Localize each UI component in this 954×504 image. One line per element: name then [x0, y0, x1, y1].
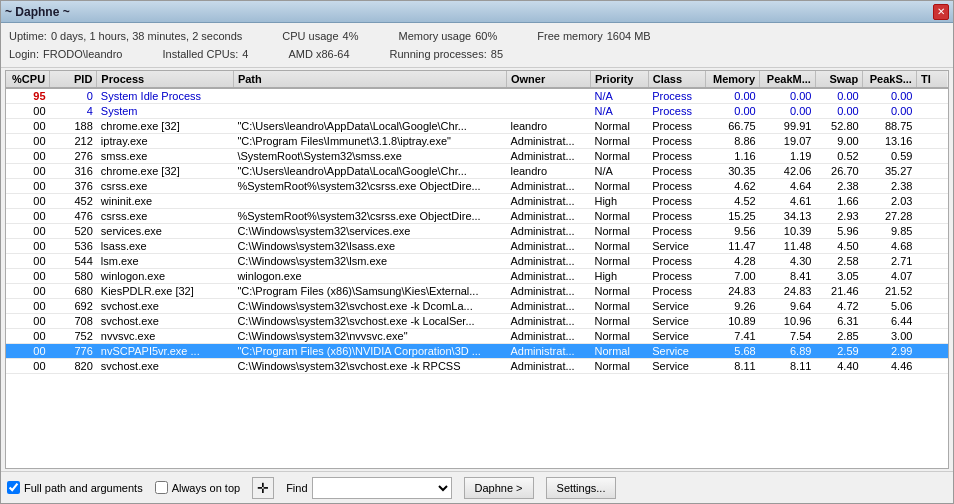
system-info-panel: Uptime: 0 days, 1 hours, 38 minutes, 2 s…: [1, 23, 953, 68]
table-row[interactable]: 00752nvvsvc.exeC:\Windows\system32\nvvsv…: [6, 329, 948, 344]
installed-cpus-value: 4: [242, 45, 248, 63]
table-row[interactable]: 00544lsm.exeC:\Windows\system32\lsm.exeA…: [6, 254, 948, 269]
table-scroll-area[interactable]: %CPU PID Process Path Owner Priority Cla…: [6, 71, 948, 468]
table-row[interactable]: 00376csrss.exe%SystemRoot%\system32\csrs…: [6, 179, 948, 194]
uptime-label: Uptime:: [9, 27, 47, 45]
daphne-button[interactable]: Daphne >: [464, 477, 534, 499]
amd-label: AMD x86-64: [288, 45, 349, 63]
col-header-owner[interactable]: Owner: [506, 71, 590, 88]
table-row[interactable]: 00820svchost.exeC:\Windows\system32\svch…: [6, 359, 948, 374]
close-button[interactable]: ✕: [933, 4, 949, 20]
table-row[interactable]: 00212iptray.exe"C:\Program Files\Immunet…: [6, 134, 948, 149]
col-header-peakm[interactable]: PeakM...: [760, 71, 816, 88]
free-memory-value: 1604 MB: [607, 27, 651, 45]
table-row[interactable]: 00316chrome.exe [32]"C:\Users\leandro\Ap…: [6, 164, 948, 179]
installed-cpus-label: Installed CPUs:: [162, 45, 238, 63]
table-row[interactable]: 00476csrss.exe%SystemRoot%\system32\csrs…: [6, 209, 948, 224]
free-memory-item: Free memory 1604 MB: [537, 27, 650, 45]
table-row[interactable]: 00708svchost.exeC:\Windows\system32\svch…: [6, 314, 948, 329]
memory-item: Memory usage 60%: [398, 27, 497, 45]
table-row[interactable]: 00680KiesPDLR.exe [32]"C:\Program Files …: [6, 284, 948, 299]
col-header-ti[interactable]: TI: [916, 71, 948, 88]
table-header-row: %CPU PID Process Path Owner Priority Cla…: [6, 71, 948, 88]
table-row[interactable]: 00692svchost.exeC:\Windows\system32\svch…: [6, 299, 948, 314]
login-value: FRODO\leandro: [43, 45, 122, 63]
full-path-checkbox-label[interactable]: Full path and arguments: [7, 481, 143, 494]
cpu-label: CPU usage: [282, 27, 338, 45]
always-on-top-checkbox[interactable]: [155, 481, 168, 494]
uptime-item: Uptime: 0 days, 1 hours, 38 minutes, 2 s…: [9, 27, 242, 45]
find-dropdown[interactable]: [312, 477, 452, 499]
find-label: Find: [286, 482, 307, 494]
info-row-2: Login: FRODO\leandro Installed CPUs: 4 A…: [9, 45, 945, 63]
cpu-item: CPU usage 4%: [282, 27, 358, 45]
footer-bar: Full path and arguments Always on top ✛ …: [1, 471, 953, 503]
col-header-priority[interactable]: Priority: [590, 71, 648, 88]
memory-value: 60%: [475, 27, 497, 45]
col-header-swap[interactable]: Swap: [815, 71, 862, 88]
full-path-checkbox[interactable]: [7, 481, 20, 494]
crosshair-button[interactable]: ✛: [252, 477, 274, 499]
window-title: ~ Daphne ~: [5, 5, 70, 19]
main-window: ~ Daphne ~ ✕ Uptime: 0 days, 1 hours, 38…: [0, 0, 954, 504]
login-item: Login: FRODO\leandro: [9, 45, 122, 63]
always-on-top-checkbox-label[interactable]: Always on top: [155, 481, 240, 494]
col-header-path[interactable]: Path: [233, 71, 506, 88]
table-row[interactable]: 00536lsass.exeC:\Windows\system32\lsass.…: [6, 239, 948, 254]
table-row[interactable]: 00452wininit.exeAdministrat...HighProces…: [6, 194, 948, 209]
col-header-class[interactable]: Class: [648, 71, 706, 88]
settings-button[interactable]: Settings...: [546, 477, 617, 499]
process-table: %CPU PID Process Path Owner Priority Cla…: [6, 71, 948, 374]
table-row[interactable]: 00776nvSCPAPI5vr.exe ..."C:\Program File…: [6, 344, 948, 359]
find-container: Find: [286, 477, 451, 499]
memory-label: Memory usage: [398, 27, 471, 45]
running-processes-label: Running processes:: [390, 45, 487, 63]
amd-item: AMD x86-64: [288, 45, 349, 63]
login-label: Login:: [9, 45, 39, 63]
table-row[interactable]: 004SystemN/AProcess0.000.000.000.00: [6, 104, 948, 119]
info-row-1: Uptime: 0 days, 1 hours, 38 minutes, 2 s…: [9, 27, 945, 45]
cpu-value: 4%: [343, 27, 359, 45]
process-table-container: %CPU PID Process Path Owner Priority Cla…: [5, 70, 949, 469]
table-row[interactable]: 950System Idle ProcessN/AProcess0.000.00…: [6, 88, 948, 104]
col-header-peaks[interactable]: PeakS...: [863, 71, 917, 88]
process-table-body: 950System Idle ProcessN/AProcess0.000.00…: [6, 88, 948, 374]
col-header-pid[interactable]: PID: [50, 71, 97, 88]
col-header-cpu[interactable]: %CPU: [6, 71, 50, 88]
col-header-memory[interactable]: Memory: [706, 71, 760, 88]
free-memory-label: Free memory: [537, 27, 602, 45]
running-processes-item: Running processes: 85: [390, 45, 503, 63]
table-row[interactable]: 00188chrome.exe [32]"C:\Users\leandro\Ap…: [6, 119, 948, 134]
col-header-process[interactable]: Process: [97, 71, 234, 88]
uptime-value: 0 days, 1 hours, 38 minutes, 2 seconds: [51, 27, 242, 45]
title-bar: ~ Daphne ~ ✕: [1, 1, 953, 23]
running-processes-value: 85: [491, 45, 503, 63]
installed-cpus-item: Installed CPUs: 4: [162, 45, 248, 63]
table-row[interactable]: 00580winlogon.exewinlogon.exeAdministrat…: [6, 269, 948, 284]
always-on-top-label: Always on top: [172, 482, 240, 494]
full-path-label: Full path and arguments: [24, 482, 143, 494]
table-row[interactable]: 00520services.exeC:\Windows\system32\ser…: [6, 224, 948, 239]
table-row[interactable]: 00276smss.exe\SystemRoot\System32\smss.e…: [6, 149, 948, 164]
